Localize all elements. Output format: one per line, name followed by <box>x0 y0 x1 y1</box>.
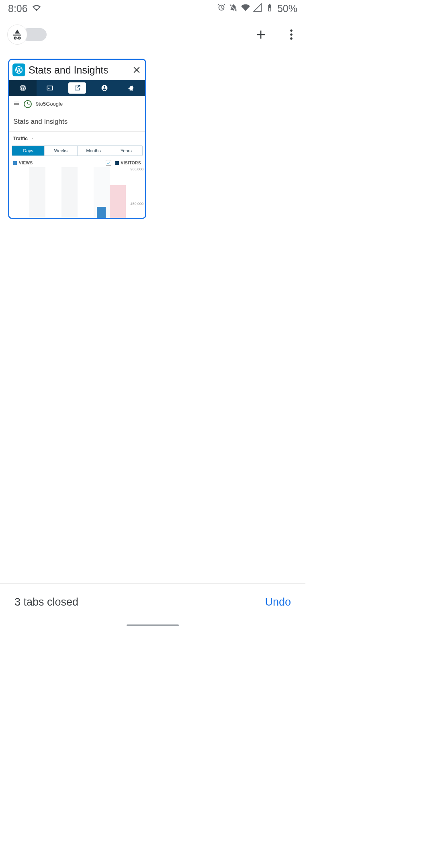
wordpress-favicon <box>12 63 25 76</box>
views-swatch <box>13 161 17 165</box>
svg-rect-0 <box>36 9 37 10</box>
clock-icon <box>24 100 32 108</box>
wp-nav-profile-icon <box>91 80 118 96</box>
battery-icon <box>265 3 274 14</box>
segment-months: Months <box>78 146 110 156</box>
cell-signal-icon <box>253 3 262 14</box>
wp-nav-reader-icon <box>37 80 64 96</box>
wp-nav-create-icon <box>63 80 91 96</box>
wp-nav-home-icon <box>9 80 37 96</box>
tab-card-header: Stats and Insights <box>9 60 145 80</box>
traffic-label: Traffic <box>13 136 28 141</box>
tab-grid: Stats and Insights 9to5Google <box>0 52 305 225</box>
hamburger-icon <box>13 100 20 108</box>
status-bar: 8:06 50% <box>0 0 305 17</box>
tab-card[interactable]: Stats and Insights 9to5Google <box>8 59 146 219</box>
close-tab-button[interactable] <box>131 65 142 75</box>
legend-views: VIEWS <box>19 161 33 165</box>
wifi-icon <box>241 3 250 14</box>
svg-rect-4 <box>47 86 53 90</box>
chevron-down-icon <box>30 136 34 141</box>
snackbar-text: 3 tabs closed <box>14 596 78 608</box>
section-title: Stats and Insights <box>9 112 145 132</box>
alarm-icon <box>217 3 226 14</box>
visitors-swatch <box>115 161 119 165</box>
browser-tab-switcher-bar <box>0 17 305 52</box>
chart-legend: VIEWS VISITORS <box>9 156 145 167</box>
legend-visitors: VISITORS <box>121 161 141 165</box>
snackbar: 3 tabs closed Undo <box>0 583 305 620</box>
incognito-toggle[interactable] <box>7 25 47 45</box>
svg-rect-5 <box>48 88 50 89</box>
site-row: 9to5Google <box>9 96 145 112</box>
undo-button[interactable]: Undo <box>265 596 291 608</box>
gesture-nav-bar <box>127 624 179 626</box>
wifi-calling-icon <box>33 3 41 14</box>
dnd-icon <box>229 3 238 14</box>
svg-point-3 <box>290 37 293 40</box>
status-time: 8:06 <box>8 3 28 14</box>
traffic-dropdown: Traffic <box>9 132 145 144</box>
new-tab-button[interactable] <box>254 28 268 41</box>
segment-years: Years <box>110 146 142 156</box>
ytick-900k: 900,000 <box>130 167 143 171</box>
time-segment-control: Days Weeks Months Years <box>12 145 143 156</box>
segment-days: Days <box>12 146 45 156</box>
tab-thumbnail: 9to5Google Stats and Insights Traffic Da… <box>9 80 145 218</box>
wp-top-nav <box>9 80 145 96</box>
svg-point-2 <box>290 33 293 36</box>
wp-nav-notif-icon <box>118 80 145 96</box>
svg-point-1 <box>290 29 293 32</box>
incognito-icon <box>7 25 27 45</box>
visitors-checkbox <box>106 160 111 166</box>
battery-text: 50% <box>277 3 297 14</box>
segment-weeks: Weeks <box>45 146 77 156</box>
site-name: 9to5Google <box>36 101 63 107</box>
ytick-450k: 450,000 <box>130 202 143 206</box>
chart-area: 900,000 450,000 <box>9 167 145 218</box>
overflow-menu-button[interactable] <box>285 28 298 41</box>
tab-title: Stats and Insights <box>29 64 128 76</box>
